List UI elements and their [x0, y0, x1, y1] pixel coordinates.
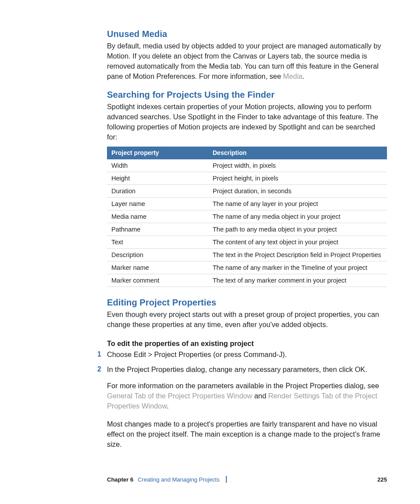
table-row: PathnameThe path to any media object in …: [107, 223, 387, 236]
table-row: WidthProject width, in pixels: [107, 159, 387, 172]
cell-property: Marker name: [107, 261, 208, 274]
heading-editing: Editing Project Properties: [107, 298, 387, 308]
table-row: HeightProject height, in pixels: [107, 172, 387, 185]
cell-property: Height: [107, 172, 208, 185]
chapter-title: Creating and Managing Projects: [138, 476, 220, 483]
cell-description: The content of any text object in your p…: [208, 236, 387, 249]
cell-property: Text: [107, 236, 208, 249]
table-row: Media nameThe name of any media object i…: [107, 210, 387, 223]
table-row: Layer nameThe name of any layer in your …: [107, 198, 387, 210]
cell-description: Project width, in pixels: [208, 159, 387, 172]
table-row: Marker nameThe name of any marker in the…: [107, 261, 387, 274]
table-header-row: Project property Description: [107, 147, 387, 159]
table-row: TextThe content of any text object in yo…: [107, 236, 387, 249]
cell-property: Width: [107, 159, 208, 172]
para-more-info: For more information on the parameters a…: [107, 381, 387, 411]
section-unused-media: Unused Media By default, media used by o…: [107, 29, 387, 82]
chapter-label: Chapter 6: [107, 476, 133, 483]
page-number: 225: [377, 476, 387, 483]
cell-description: The text in the Project Description fiel…: [208, 249, 387, 261]
section-editing: Editing Project Properties Even though e…: [107, 298, 387, 449]
heading-searching: Searching for Projects Using the Finder: [107, 90, 387, 100]
text: .: [167, 402, 169, 410]
table-row: DurationProject duration, in seconds: [107, 185, 387, 198]
table-row: Marker commentThe text of any marker com…: [107, 274, 387, 287]
cell-property: Pathname: [107, 223, 208, 236]
cell-description: Project duration, in seconds: [208, 185, 387, 198]
para-unused-media: By default, media used by objects added …: [107, 41, 387, 82]
page: Unused Media By default, media used by o…: [0, 0, 420, 504]
cell-description: The name of any marker in the Timeline o…: [208, 261, 387, 274]
step-item: Choose Edit > Project Properties (or pre…: [107, 349, 387, 360]
cell-description: The name of any media object in your pro…: [208, 210, 387, 223]
cell-property: Media name: [107, 210, 208, 223]
cell-property: Marker comment: [107, 274, 208, 287]
cell-property: Layer name: [107, 198, 208, 210]
cell-description: The text of any marker comment in your p…: [208, 274, 387, 287]
text: For more information on the parameters a…: [107, 382, 379, 390]
text: and: [252, 392, 268, 400]
heading-unused-media: Unused Media: [107, 29, 387, 39]
text: By default, media used by objects added …: [107, 42, 381, 80]
cell-description: Project height, in pixels: [208, 172, 387, 185]
cell-property: Duration: [107, 185, 208, 198]
steps-list: Choose Edit > Project Properties (or pre…: [107, 349, 387, 374]
th-property: Project property: [107, 147, 208, 159]
properties-table: Project property Description WidthProjec…: [107, 147, 387, 287]
xref-media[interactable]: Media: [283, 72, 302, 80]
footer-divider: [226, 476, 227, 483]
step-item: In the Project Properties dialog, change…: [107, 364, 387, 375]
cell-description: The name of any layer in your project: [208, 198, 387, 210]
cell-description: The path to any media object in your pro…: [208, 223, 387, 236]
section-searching: Searching for Projects Using the Finder …: [107, 90, 387, 287]
table-row: DescriptionThe text in the Project Descr…: [107, 249, 387, 261]
task-heading: To edit the properties of an existing pr…: [107, 339, 387, 348]
th-description: Description: [208, 147, 387, 159]
xref-general-tab[interactable]: General Tab of the Project Properties Wi…: [107, 392, 252, 400]
text: .: [302, 72, 305, 80]
para-editing-intro: Even though every project starts out wit…: [107, 309, 387, 330]
cell-property: Description: [107, 249, 208, 261]
para-closing: Most changes made to a project's propert…: [107, 419, 387, 449]
para-searching: Spotlight indexes certain properties of …: [107, 102, 387, 143]
page-footer: Chapter 6 Creating and Managing Projects…: [107, 476, 387, 483]
